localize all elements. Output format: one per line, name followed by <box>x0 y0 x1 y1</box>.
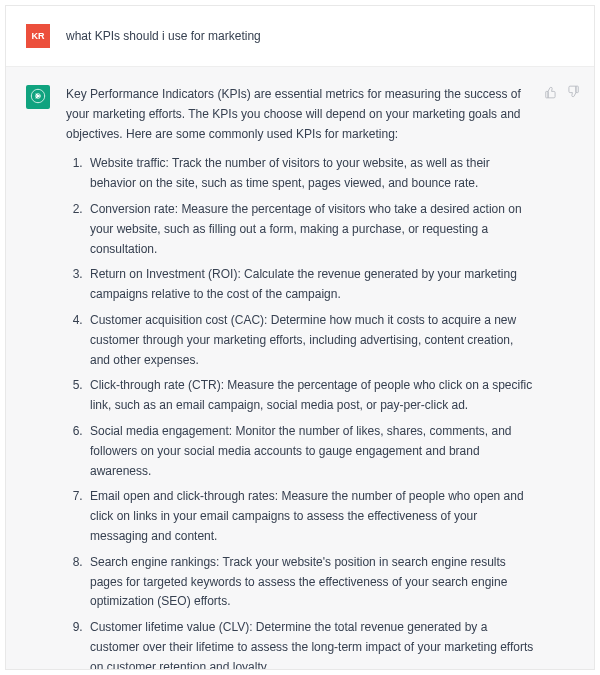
user-avatar: KR <box>26 24 50 48</box>
thumbs-up-icon[interactable] <box>544 85 558 99</box>
feedback-controls <box>544 85 580 99</box>
assistant-message-content: Key Performance Indicators (KPIs) are es… <box>66 85 576 670</box>
list-item: Click-through rate (CTR): Measure the pe… <box>86 376 536 416</box>
list-item: Conversion rate: Measure the percentage … <box>86 200 536 259</box>
user-message-row: KR what KPIs should i use for marketing <box>6 6 594 67</box>
chat-container: KR what KPIs should i use for marketing … <box>5 5 595 670</box>
user-message-text: what KPIs should i use for marketing <box>66 24 576 47</box>
openai-logo-icon <box>30 88 46 106</box>
list-item: Customer lifetime value (CLV): Determine… <box>86 618 536 670</box>
list-item: Email open and click-through rates: Meas… <box>86 487 536 546</box>
user-avatar-initials: KR <box>32 31 45 41</box>
assistant-message-row: Key Performance Indicators (KPIs) are es… <box>6 67 594 670</box>
assistant-avatar <box>26 85 50 109</box>
kpi-list: Website traffic: Track the number of vis… <box>66 154 536 670</box>
list-item: Website traffic: Track the number of vis… <box>86 154 536 194</box>
list-item: Customer acquisition cost (CAC): Determi… <box>86 311 536 370</box>
thumbs-down-icon[interactable] <box>566 85 580 99</box>
list-item: Search engine rankings: Track your websi… <box>86 553 536 612</box>
list-item: Social media engagement: Monitor the num… <box>86 422 536 481</box>
assistant-intro: Key Performance Indicators (KPIs) are es… <box>66 85 536 144</box>
list-item: Return on Investment (ROI): Calculate th… <box>86 265 536 305</box>
